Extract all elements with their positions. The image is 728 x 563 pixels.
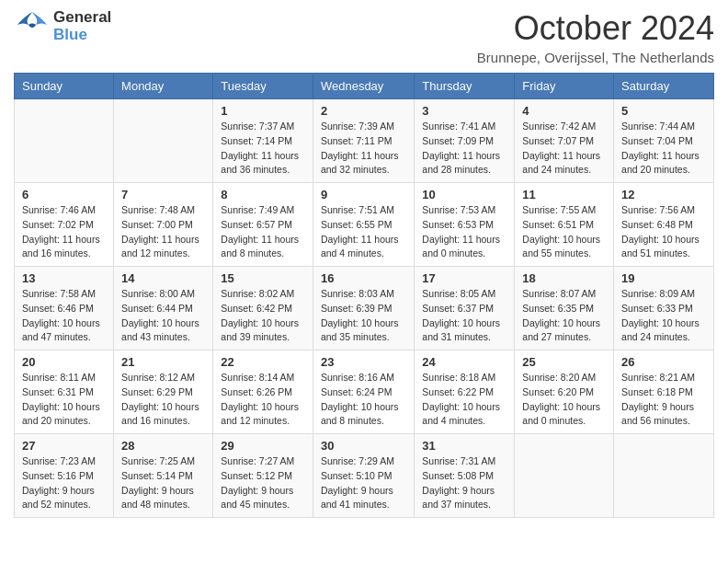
day-info: Sunrise: 8:11 AMSunset: 6:31 PMDaylight:… <box>22 372 100 426</box>
day-info: Sunrise: 8:00 AMSunset: 6:44 PMDaylight:… <box>121 288 199 342</box>
day-number: 18 <box>522 271 606 285</box>
calendar-cell: 6Sunrise: 7:46 AMSunset: 7:02 PMDaylight… <box>15 183 114 267</box>
logo-general: General <box>53 9 111 27</box>
day-info: Sunrise: 7:31 AMSunset: 5:08 PMDaylight:… <box>422 455 495 510</box>
day-number: 21 <box>121 355 205 369</box>
day-info: Sunrise: 7:37 AMSunset: 7:14 PMDaylight:… <box>221 121 299 175</box>
calendar-cell: 1Sunrise: 7:37 AMSunset: 7:14 PMDaylight… <box>213 99 313 183</box>
calendar-cell: 27Sunrise: 7:23 AMSunset: 5:16 PMDayligh… <box>15 434 114 518</box>
calendar-cell: 12Sunrise: 7:56 AMSunset: 6:48 PMDayligh… <box>614 183 714 267</box>
calendar-cell: 22Sunrise: 8:14 AMSunset: 6:26 PMDayligh… <box>213 350 313 434</box>
calendar-cell: 28Sunrise: 7:25 AMSunset: 5:14 PMDayligh… <box>114 434 213 518</box>
day-number: 20 <box>22 355 106 369</box>
calendar-cell: 30Sunrise: 7:29 AMSunset: 5:10 PMDayligh… <box>313 434 414 518</box>
day-number: 7 <box>121 188 205 201</box>
day-number: 6 <box>22 188 106 201</box>
calendar-cell: 16Sunrise: 8:03 AMSunset: 6:39 PMDayligh… <box>313 267 414 350</box>
day-number: 5 <box>621 104 706 118</box>
calendar-cell <box>614 434 714 518</box>
calendar-cell <box>515 434 614 518</box>
day-info: Sunrise: 7:48 AMSunset: 7:00 PMDaylight:… <box>121 204 199 259</box>
day-info: Sunrise: 7:25 AMSunset: 5:14 PMDaylight:… <box>121 455 195 510</box>
weekday-header-saturday: Saturday <box>614 74 714 99</box>
calendar-cell: 2Sunrise: 7:39 AMSunset: 7:11 PMDaylight… <box>313 99 414 183</box>
day-info: Sunrise: 8:16 AMSunset: 6:24 PMDaylight:… <box>321 372 399 426</box>
day-number: 8 <box>221 188 305 201</box>
day-number: 1 <box>221 104 305 118</box>
calendar-cell: 11Sunrise: 7:55 AMSunset: 6:51 PMDayligh… <box>515 183 614 267</box>
location: Brunnepe, Overijssel, The Netherlands <box>477 50 714 65</box>
day-number: 13 <box>22 271 106 285</box>
calendar-cell: 17Sunrise: 8:05 AMSunset: 6:37 PMDayligh… <box>415 267 515 350</box>
day-number: 23 <box>321 355 406 369</box>
calendar-cell: 15Sunrise: 8:02 AMSunset: 6:42 PMDayligh… <box>213 267 313 350</box>
calendar-cell: 31Sunrise: 7:31 AMSunset: 5:08 PMDayligh… <box>415 434 515 518</box>
day-info: Sunrise: 7:56 AMSunset: 6:48 PMDaylight:… <box>621 204 700 259</box>
calendar-cell: 19Sunrise: 8:09 AMSunset: 6:33 PMDayligh… <box>614 267 714 350</box>
day-number: 24 <box>422 355 506 369</box>
weekday-header-tuesday: Tuesday <box>213 74 313 99</box>
calendar-cell <box>15 99 114 183</box>
day-number: 25 <box>522 355 606 369</box>
general-blue-logo-icon <box>14 10 51 43</box>
day-number: 19 <box>621 271 706 285</box>
weekday-header-sunday: Sunday <box>15 74 114 99</box>
calendar-cell: 13Sunrise: 7:58 AMSunset: 6:46 PMDayligh… <box>15 267 114 350</box>
day-info: Sunrise: 7:42 AMSunset: 7:07 PMDaylight:… <box>522 121 600 175</box>
day-info: Sunrise: 7:27 AMSunset: 5:12 PMDaylight:… <box>221 455 294 510</box>
day-number: 26 <box>621 355 706 369</box>
calendar-cell: 3Sunrise: 7:41 AMSunset: 7:09 PMDaylight… <box>415 99 515 183</box>
calendar-cell: 5Sunrise: 7:44 AMSunset: 7:04 PMDaylight… <box>614 99 714 183</box>
day-number: 3 <box>422 104 506 118</box>
day-number: 22 <box>221 355 305 369</box>
day-number: 15 <box>221 271 305 285</box>
calendar-cell: 24Sunrise: 8:18 AMSunset: 6:22 PMDayligh… <box>415 350 515 434</box>
day-number: 12 <box>621 188 706 201</box>
day-info: Sunrise: 7:53 AMSunset: 6:53 PMDaylight:… <box>422 204 500 259</box>
day-number: 17 <box>422 271 506 285</box>
calendar-cell: 9Sunrise: 7:51 AMSunset: 6:55 PMDaylight… <box>313 183 414 267</box>
day-info: Sunrise: 8:21 AMSunset: 6:18 PMDaylight:… <box>621 372 695 426</box>
day-number: 30 <box>321 439 406 453</box>
day-info: Sunrise: 8:02 AMSunset: 6:42 PMDaylight:… <box>221 288 299 342</box>
weekday-header-thursday: Thursday <box>415 74 515 99</box>
day-info: Sunrise: 7:55 AMSunset: 6:51 PMDaylight:… <box>522 204 600 259</box>
day-info: Sunrise: 7:39 AMSunset: 7:11 PMDaylight:… <box>321 121 399 175</box>
day-info: Sunrise: 7:51 AMSunset: 6:55 PMDaylight:… <box>321 204 399 259</box>
day-number: 31 <box>422 439 506 453</box>
day-info: Sunrise: 7:44 AMSunset: 7:04 PMDaylight:… <box>621 121 700 175</box>
weekday-header-friday: Friday <box>515 74 614 99</box>
day-number: 2 <box>321 104 406 118</box>
day-number: 27 <box>22 439 106 453</box>
day-info: Sunrise: 8:03 AMSunset: 6:39 PMDaylight:… <box>321 288 399 342</box>
day-number: 9 <box>321 188 406 201</box>
day-info: Sunrise: 7:29 AMSunset: 5:10 PMDaylight:… <box>321 455 394 510</box>
day-info: Sunrise: 8:18 AMSunset: 6:22 PMDaylight:… <box>422 372 500 426</box>
calendar-cell: 14Sunrise: 8:00 AMSunset: 6:44 PMDayligh… <box>114 267 213 350</box>
day-number: 10 <box>422 188 506 201</box>
day-number: 29 <box>221 439 305 453</box>
weekday-header-monday: Monday <box>114 74 213 99</box>
calendar-cell: 18Sunrise: 8:07 AMSunset: 6:35 PMDayligh… <box>515 267 614 350</box>
calendar-cell: 8Sunrise: 7:49 AMSunset: 6:57 PMDaylight… <box>213 183 313 267</box>
day-info: Sunrise: 8:12 AMSunset: 6:29 PMDaylight:… <box>121 372 199 426</box>
day-info: Sunrise: 8:20 AMSunset: 6:20 PMDaylight:… <box>522 372 600 426</box>
day-info: Sunrise: 8:07 AMSunset: 6:35 PMDaylight:… <box>522 288 600 342</box>
calendar-cell: 4Sunrise: 7:42 AMSunset: 7:07 PMDaylight… <box>515 99 614 183</box>
day-info: Sunrise: 7:58 AMSunset: 6:46 PMDaylight:… <box>22 288 100 342</box>
calendar-cell: 7Sunrise: 7:48 AMSunset: 7:00 PMDaylight… <box>114 183 213 267</box>
weekday-header-wednesday: Wednesday <box>313 74 414 99</box>
day-info: Sunrise: 8:05 AMSunset: 6:37 PMDaylight:… <box>422 288 500 342</box>
calendar-cell: 25Sunrise: 8:20 AMSunset: 6:20 PMDayligh… <box>515 350 614 434</box>
day-number: 11 <box>522 188 606 201</box>
day-info: Sunrise: 7:41 AMSunset: 7:09 PMDaylight:… <box>422 121 500 175</box>
day-info: Sunrise: 7:49 AMSunset: 6:57 PMDaylight:… <box>221 204 299 259</box>
calendar-cell: 26Sunrise: 8:21 AMSunset: 6:18 PMDayligh… <box>614 350 714 434</box>
day-info: Sunrise: 8:14 AMSunset: 6:26 PMDaylight:… <box>221 372 299 426</box>
calendar-cell: 20Sunrise: 8:11 AMSunset: 6:31 PMDayligh… <box>15 350 114 434</box>
day-info: Sunrise: 8:09 AMSunset: 6:33 PMDaylight:… <box>621 288 700 342</box>
day-info: Sunrise: 7:46 AMSunset: 7:02 PMDaylight:… <box>22 204 100 259</box>
day-number: 14 <box>121 271 205 285</box>
day-number: 4 <box>522 104 606 118</box>
month-title: October 2024 <box>477 9 714 48</box>
